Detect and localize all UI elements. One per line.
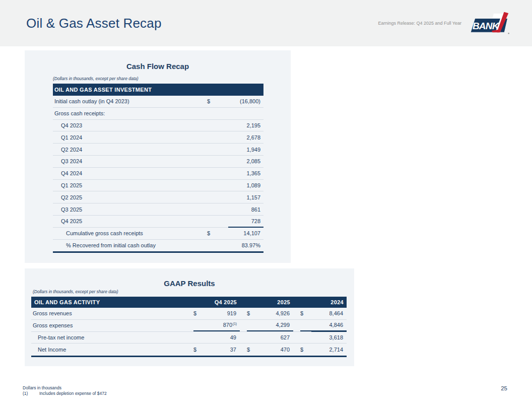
gaap-table-header: OIL AND GAS ACTIVITY Q4 2025 2025 2024 xyxy=(31,297,347,308)
dollar-sign: $ xyxy=(193,347,204,353)
bank7-logo-icon: BANK xyxy=(470,12,510,35)
cell-2025: 627 xyxy=(247,332,293,344)
dollar-sign xyxy=(207,216,220,227)
dollar-sign xyxy=(207,180,220,191)
cell-2024: $ 2,714 xyxy=(300,344,347,356)
value-text: 3,618 xyxy=(329,334,343,340)
dollar-sign: $ xyxy=(300,310,310,316)
table-row: Q4 2025 728 xyxy=(53,216,263,228)
dollar-sign xyxy=(207,156,220,167)
row-value xyxy=(220,108,263,119)
table-row: Pre-tax net income 49 627 3,618 xyxy=(31,332,347,344)
value-text: 37 xyxy=(230,347,236,353)
row-value: 728 xyxy=(220,216,263,227)
cell-2024: $ 8,464 xyxy=(300,308,347,319)
cell-q4-2025: 49 xyxy=(193,332,240,344)
cash-flow-title: Cash Flow Recap xyxy=(25,50,291,71)
cell-q4-2025: 870(1) xyxy=(193,320,240,331)
row-value: (16,800) xyxy=(220,96,263,107)
footer-line1: Dollars in thousands xyxy=(23,385,107,391)
value-text: 2,714 xyxy=(329,347,343,353)
table-row: Cumulative gross cash receipts $ 14,107 xyxy=(53,228,263,240)
bank7-logo: BANK xyxy=(470,12,510,35)
row-value: 1,949 xyxy=(220,144,263,155)
row-value: 2,678 xyxy=(220,131,263,143)
cell-value: 919 xyxy=(204,310,240,316)
row-label: Gross revenues xyxy=(31,308,186,319)
cell-value: 4,926 xyxy=(257,310,293,316)
cell-value: 627 xyxy=(257,334,293,340)
dollar-sign xyxy=(207,120,220,131)
row-label: Initial cash outlay (in Q4 2023) xyxy=(53,96,207,107)
table-row: Net Income $ 37 $ 470 $ 2,714 xyxy=(31,344,347,356)
table-row: Q2 2024 1,949 xyxy=(53,144,263,156)
cell-value: 2,714 xyxy=(310,347,347,353)
cash-flow-note: (Dollars in thousands, except per share … xyxy=(53,76,291,81)
cash-flow-table-body: Initial cash outlay (in Q4 2023) $ (16,8… xyxy=(53,96,263,251)
release-note: Earnings Release: Q4 2025 and Full Year xyxy=(378,21,461,26)
value-text: 8,464 xyxy=(329,310,343,316)
row-label: Q4 2023 xyxy=(53,120,207,131)
table-row: Q1 2025 1,089 xyxy=(53,180,263,192)
cell-value: 8,464 xyxy=(310,310,347,316)
dollar-sign: $ xyxy=(247,347,257,353)
dollar-sign: $ xyxy=(207,96,220,107)
row-value: 83.97% xyxy=(220,240,263,252)
column-header-2025: 2025 xyxy=(247,299,293,305)
row-value: 861 xyxy=(220,203,263,215)
cell-2024: 3,618 xyxy=(300,332,347,344)
cash-flow-table: OIL AND GAS ASSET INVESTMENT Initial cas… xyxy=(53,84,263,253)
value-text: 470 xyxy=(281,347,290,353)
table-row: Q1 2024 2,678 xyxy=(53,131,263,144)
cell-2025: $ 470 xyxy=(247,344,293,356)
footnote-line: (1)Includes depletion expense of $472 xyxy=(23,391,107,396)
dollar-sign xyxy=(207,168,220,179)
row-label: Cumulative gross cash receipts xyxy=(53,228,207,239)
value-text: 919 xyxy=(227,310,236,316)
row-label: Q3 2025 xyxy=(53,203,207,215)
row-label: Q4 2024 xyxy=(53,168,207,179)
table-row: Initial cash outlay (in Q4 2023) $ (16,8… xyxy=(53,96,263,108)
row-label: Gross cash receipts: xyxy=(53,108,207,119)
cell-2025: 4,299 xyxy=(247,320,293,331)
dollar-sign: $ xyxy=(247,310,257,316)
row-value: 14,107 xyxy=(220,228,263,239)
row-value: 2,085 xyxy=(220,156,263,167)
table-row: Gross cash receipts: xyxy=(53,108,263,120)
page-title: Oil & Gas Asset Recap xyxy=(26,16,378,31)
row-value: 1,365 xyxy=(220,168,263,179)
cell-q4-2025: $ 37 xyxy=(193,344,240,356)
gaap-title: GAAP Results xyxy=(25,268,354,288)
header-band: Oil & Gas Asset Recap Earnings Release: … xyxy=(0,0,532,46)
footer-notes: Dollars in thousands (1)Includes depleti… xyxy=(23,385,107,396)
footnote-text: Includes depletion expense of $472 xyxy=(39,391,107,396)
column-header-2024: 2024 xyxy=(300,299,347,305)
dollar-sign xyxy=(207,144,220,155)
row-label: Q4 2025 xyxy=(53,216,207,227)
cell-value: 37 xyxy=(204,347,240,353)
dollar-sign xyxy=(207,108,220,119)
cell-value: 4,846 xyxy=(310,322,347,328)
row-label: Pre-tax net income xyxy=(31,332,186,344)
table-row: Q4 2023 2,195 xyxy=(53,120,263,132)
row-label: Q1 2025 xyxy=(53,180,207,191)
row-label: % Recovered from initial cash outlay xyxy=(53,240,207,252)
table-row: Q3 2025 861 xyxy=(53,203,263,216)
cell-value: 470 xyxy=(257,347,293,353)
row-value: 2,195 xyxy=(220,120,263,131)
cell-q4-2025: $ 919 xyxy=(193,308,240,319)
value-text: 49 xyxy=(230,334,236,340)
dollar-sign: $ xyxy=(193,310,204,316)
row-label: Q3 2024 xyxy=(53,156,207,167)
table-row: % Recovered from initial cash outlay 83.… xyxy=(53,240,263,252)
cell-value: 3,618 xyxy=(310,334,347,340)
row-value: 1,157 xyxy=(220,191,263,203)
cash-flow-table-header: OIL AND GAS ASSET INVESTMENT xyxy=(53,84,263,96)
value-text: 4,846 xyxy=(329,322,343,328)
row-label: Net Income xyxy=(31,344,186,356)
footnote-marker: (1) xyxy=(23,391,39,396)
dollar-sign xyxy=(207,131,220,143)
table-row: Gross revenues $ 919 $ 4,926 $ 8,464 xyxy=(31,308,347,320)
row-label: Q1 2024 xyxy=(53,131,207,143)
value-text: 4,299 xyxy=(276,322,290,328)
